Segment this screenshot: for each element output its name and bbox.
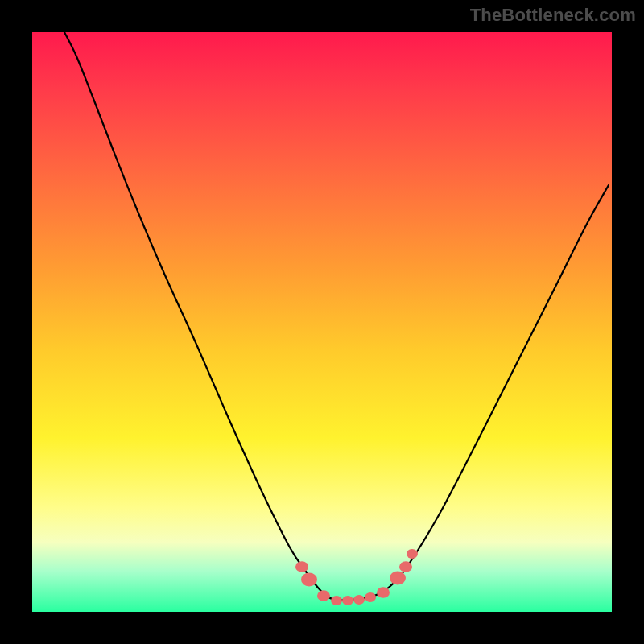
bottleneck-curve (64, 32, 609, 600)
bead-2 (301, 573, 317, 587)
chart-svg (32, 32, 612, 612)
curve-layer (64, 32, 609, 600)
bead-5 (342, 596, 353, 605)
bead-1 (295, 561, 308, 572)
bead-7 (365, 592, 376, 602)
bead-3 (317, 590, 330, 601)
bead-9 (390, 572, 406, 585)
bead-8 (377, 587, 390, 598)
bead-4 (331, 596, 342, 605)
bead-10 (399, 561, 412, 572)
chart-plot-area (32, 32, 612, 612)
watermark-text: TheBottleneck.com (470, 5, 636, 26)
chart-frame: TheBottleneck.com (0, 0, 644, 644)
bead-6 (353, 595, 365, 605)
bead-11 (407, 549, 418, 559)
curve-markers (295, 549, 418, 605)
